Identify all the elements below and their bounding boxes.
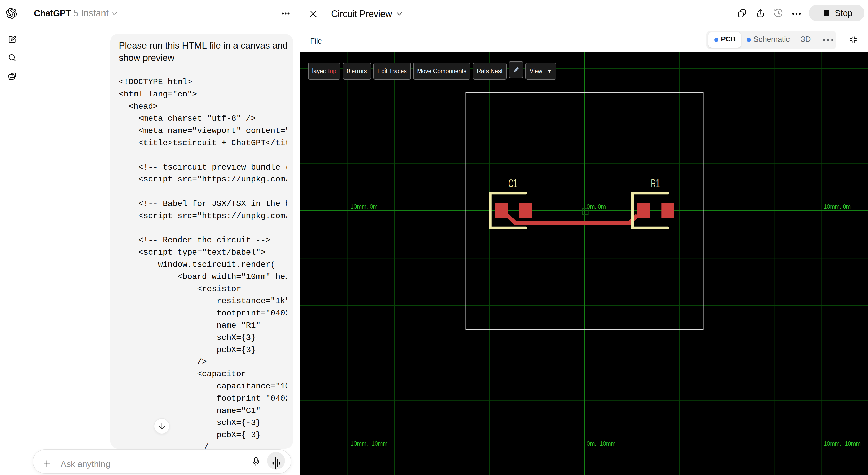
svg-text:0m, -10mm: 0m, -10mm <box>587 440 616 447</box>
svg-text:-10mm, -10mm: -10mm, -10mm <box>349 440 388 447</box>
svg-text:10mm, 0m: 10mm, 0m <box>824 203 851 210</box>
svg-text:-10mm, 0m: -10mm, 0m <box>349 203 378 210</box>
svg-text:R1: R1 <box>651 177 660 190</box>
svg-text:10mm, -10mm: 10mm, -10mm <box>824 440 861 447</box>
svg-text:0m, 0m: 0m, 0m <box>587 203 606 210</box>
svg-text:C1: C1 <box>508 177 517 190</box>
